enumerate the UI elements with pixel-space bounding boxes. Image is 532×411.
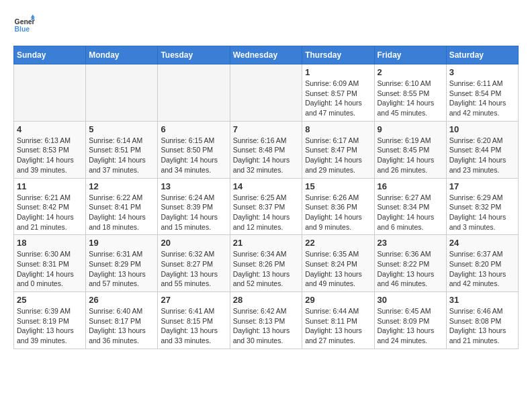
day-info: Sunrise: 6:29 AM Sunset: 8:32 PM Dayligh… (449, 193, 515, 232)
day-info: Sunrise: 6:17 AM Sunset: 8:47 PM Dayligh… (305, 136, 371, 175)
day-number: 15 (305, 181, 371, 191)
day-info: Sunrise: 6:45 AM Sunset: 8:09 PM Dayligh… (378, 306, 443, 346)
calendar-body: 1Sunrise: 6:09 AM Sunset: 8:57 PM Daylig… (14, 64, 519, 349)
day-info: Sunrise: 6:20 AM Sunset: 8:44 PM Dayligh… (449, 136, 515, 175)
calendar-cell (158, 64, 230, 122)
week-row-1: 1Sunrise: 6:09 AM Sunset: 8:57 PM Daylig… (14, 64, 519, 122)
day-header-monday: Monday (86, 46, 158, 64)
day-info: Sunrise: 6:11 AM Sunset: 8:54 PM Dayligh… (449, 79, 515, 118)
day-number: 8 (305, 124, 371, 134)
day-number: 11 (17, 181, 83, 191)
day-info: Sunrise: 6:32 AM Sunset: 8:27 PM Dayligh… (161, 249, 226, 289)
day-number: 16 (378, 181, 443, 191)
calendar-cell: 3Sunrise: 6:11 AM Sunset: 8:54 PM Daylig… (446, 64, 518, 122)
day-info: Sunrise: 6:27 AM Sunset: 8:34 PM Dayligh… (378, 193, 443, 232)
day-info: Sunrise: 6:46 AM Sunset: 8:08 PM Dayligh… (449, 306, 515, 346)
day-number: 29 (305, 295, 371, 305)
calendar-cell: 4Sunrise: 6:13 AM Sunset: 8:53 PM Daylig… (14, 121, 86, 178)
calendar-cell: 29Sunrise: 6:44 AM Sunset: 8:11 PM Dayli… (302, 292, 374, 349)
day-info: Sunrise: 6:16 AM Sunset: 8:48 PM Dayligh… (233, 136, 300, 175)
calendar-header: SundayMondayTuesdayWednesdayThursdayFrid… (14, 46, 519, 64)
calendar-cell: 9Sunrise: 6:19 AM Sunset: 8:45 PM Daylig… (374, 121, 446, 178)
calendar-cell: 13Sunrise: 6:24 AM Sunset: 8:39 PM Dayli… (158, 178, 230, 235)
calendar-cell: 30Sunrise: 6:45 AM Sunset: 8:09 PM Dayli… (374, 292, 446, 349)
day-info: Sunrise: 6:40 AM Sunset: 8:17 PM Dayligh… (89, 306, 154, 346)
day-info: Sunrise: 6:35 AM Sunset: 8:24 PM Dayligh… (305, 249, 371, 289)
day-header-thursday: Thursday (302, 46, 374, 64)
day-header-sunday: Sunday (14, 46, 86, 64)
week-row-2: 4Sunrise: 6:13 AM Sunset: 8:53 PM Daylig… (14, 121, 519, 178)
calendar-cell: 22Sunrise: 6:35 AM Sunset: 8:24 PM Dayli… (302, 235, 374, 292)
day-number: 27 (161, 295, 226, 305)
week-row-3: 11Sunrise: 6:21 AM Sunset: 8:42 PM Dayli… (14, 178, 519, 235)
calendar-cell: 11Sunrise: 6:21 AM Sunset: 8:42 PM Dayli… (14, 178, 86, 235)
day-header-friday: Friday (374, 46, 446, 64)
calendar-cell: 31Sunrise: 6:46 AM Sunset: 8:08 PM Dayli… (446, 292, 518, 349)
day-number: 22 (305, 238, 371, 248)
day-number: 25 (17, 295, 83, 305)
day-info: Sunrise: 6:24 AM Sunset: 8:39 PM Dayligh… (161, 193, 226, 232)
day-info: Sunrise: 6:19 AM Sunset: 8:45 PM Dayligh… (378, 136, 443, 175)
day-info: Sunrise: 6:44 AM Sunset: 8:11 PM Dayligh… (305, 306, 371, 346)
day-number: 28 (233, 295, 300, 305)
day-info: Sunrise: 6:30 AM Sunset: 8:31 PM Dayligh… (17, 249, 83, 289)
calendar-cell: 26Sunrise: 6:40 AM Sunset: 8:17 PM Dayli… (86, 292, 158, 349)
day-info: Sunrise: 6:26 AM Sunset: 8:36 PM Dayligh… (305, 193, 371, 232)
calendar-cell: 19Sunrise: 6:31 AM Sunset: 8:29 PM Dayli… (86, 235, 158, 292)
logo-icon: General Blue (13, 13, 35, 35)
calendar-cell: 25Sunrise: 6:39 AM Sunset: 8:19 PM Dayli… (14, 292, 86, 349)
calendar-cell (230, 64, 302, 122)
calendar-cell: 28Sunrise: 6:42 AM Sunset: 8:13 PM Dayli… (230, 292, 302, 349)
day-number: 18 (17, 238, 83, 248)
day-number: 31 (449, 295, 515, 305)
calendar-cell (14, 64, 86, 122)
calendar-cell: 2Sunrise: 6:10 AM Sunset: 8:55 PM Daylig… (374, 64, 446, 122)
day-info: Sunrise: 6:34 AM Sunset: 8:26 PM Dayligh… (233, 249, 300, 289)
day-header-wednesday: Wednesday (230, 46, 302, 64)
calendar-cell: 8Sunrise: 6:17 AM Sunset: 8:47 PM Daylig… (302, 121, 374, 178)
day-number: 12 (89, 181, 154, 191)
logo: General Blue (13, 13, 38, 35)
day-number: 17 (449, 181, 515, 191)
day-info: Sunrise: 6:09 AM Sunset: 8:57 PM Dayligh… (305, 79, 371, 118)
day-number: 2 (378, 67, 443, 77)
day-info: Sunrise: 6:31 AM Sunset: 8:29 PM Dayligh… (89, 249, 154, 289)
day-number: 14 (233, 181, 300, 191)
day-number: 6 (161, 124, 226, 134)
calendar-cell: 7Sunrise: 6:16 AM Sunset: 8:48 PM Daylig… (230, 121, 302, 178)
day-header-saturday: Saturday (446, 46, 518, 64)
day-info: Sunrise: 6:13 AM Sunset: 8:53 PM Dayligh… (17, 136, 83, 175)
day-info: Sunrise: 6:42 AM Sunset: 8:13 PM Dayligh… (233, 306, 300, 346)
day-info: Sunrise: 6:41 AM Sunset: 8:15 PM Dayligh… (161, 306, 226, 346)
calendar-table: SundayMondayTuesdayWednesdayThursdayFrid… (13, 46, 519, 349)
page-header: General Blue (13, 13, 519, 35)
day-info: Sunrise: 6:14 AM Sunset: 8:51 PM Dayligh… (89, 136, 154, 175)
day-number: 3 (449, 67, 515, 77)
header-row: SundayMondayTuesdayWednesdayThursdayFrid… (14, 46, 519, 64)
calendar-cell: 21Sunrise: 6:34 AM Sunset: 8:26 PM Dayli… (230, 235, 302, 292)
day-number: 5 (89, 124, 154, 134)
day-info: Sunrise: 6:36 AM Sunset: 8:22 PM Dayligh… (378, 249, 443, 289)
day-number: 21 (233, 238, 300, 248)
day-number: 10 (449, 124, 515, 134)
calendar-cell: 14Sunrise: 6:25 AM Sunset: 8:37 PM Dayli… (230, 178, 302, 235)
calendar-cell: 17Sunrise: 6:29 AM Sunset: 8:32 PM Dayli… (446, 178, 518, 235)
day-number: 9 (378, 124, 443, 134)
day-number: 30 (378, 295, 443, 305)
calendar-cell: 16Sunrise: 6:27 AM Sunset: 8:34 PM Dayli… (374, 178, 446, 235)
calendar-cell: 27Sunrise: 6:41 AM Sunset: 8:15 PM Dayli… (158, 292, 230, 349)
day-info: Sunrise: 6:39 AM Sunset: 8:19 PM Dayligh… (17, 306, 83, 346)
calendar-cell: 5Sunrise: 6:14 AM Sunset: 8:51 PM Daylig… (86, 121, 158, 178)
day-header-tuesday: Tuesday (158, 46, 230, 64)
calendar-cell: 18Sunrise: 6:30 AM Sunset: 8:31 PM Dayli… (14, 235, 86, 292)
calendar-cell (86, 64, 158, 122)
day-info: Sunrise: 6:37 AM Sunset: 8:20 PM Dayligh… (449, 249, 515, 289)
day-info: Sunrise: 6:15 AM Sunset: 8:50 PM Dayligh… (161, 136, 226, 175)
calendar-cell: 15Sunrise: 6:26 AM Sunset: 8:36 PM Dayli… (302, 178, 374, 235)
calendar-cell: 6Sunrise: 6:15 AM Sunset: 8:50 PM Daylig… (158, 121, 230, 178)
svg-text:Blue: Blue (15, 26, 30, 33)
day-number: 19 (89, 238, 154, 248)
day-number: 4 (17, 124, 83, 134)
calendar-cell: 23Sunrise: 6:36 AM Sunset: 8:22 PM Dayli… (374, 235, 446, 292)
calendar-cell: 10Sunrise: 6:20 AM Sunset: 8:44 PM Dayli… (446, 121, 518, 178)
